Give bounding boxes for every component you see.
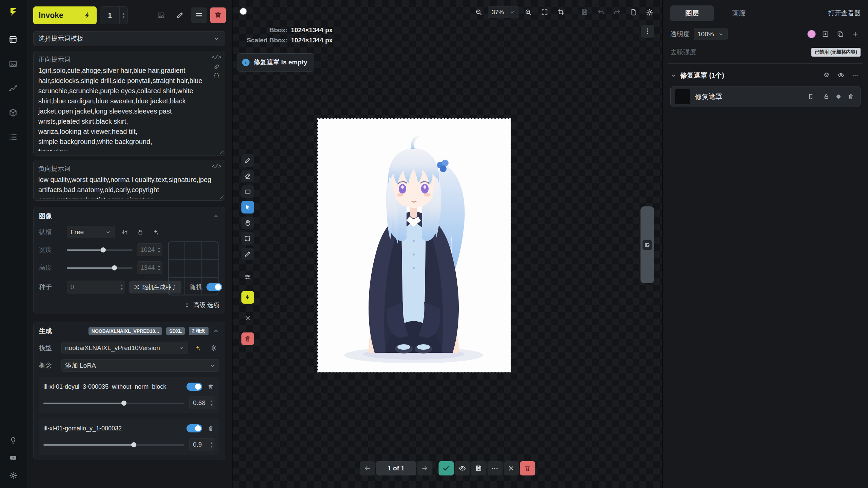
tab-queue[interactable] [4, 129, 22, 144]
open-viewer-button[interactable]: 打开查看器 [828, 9, 861, 18]
embedding-icon[interactable]: </> [212, 164, 221, 170]
lora-weight-slider[interactable] [43, 400, 184, 406]
tool-eraser-button[interactable] [241, 170, 254, 182]
undo-button[interactable] [594, 5, 608, 19]
zoom-level-select[interactable]: 37% [488, 6, 519, 18]
current-color-swatch[interactable] [239, 7, 247, 15]
add-lora-select[interactable]: 添加 LoRA [61, 359, 219, 372]
tab-models[interactable] [4, 105, 22, 120]
fit-bbox-button[interactable] [554, 5, 568, 19]
zoom-out-button[interactable] [472, 5, 486, 19]
random-seed-toggle[interactable] [206, 283, 222, 291]
layer-enabled-dot[interactable] [836, 95, 841, 99]
queue-menu-button[interactable] [191, 7, 207, 23]
height-input[interactable]: 1344 ▴▾ [137, 261, 162, 274]
layer-thumbnail[interactable] [675, 89, 690, 104]
gallery-image-button[interactable] [153, 7, 169, 23]
fit-view-button[interactable] [537, 5, 552, 19]
tool-rect-button[interactable] [241, 185, 254, 198]
height-slider[interactable] [67, 265, 133, 270]
model-select[interactable]: noobaiXLNAIXL_vPred10Version [61, 342, 188, 354]
positive-prompt-input[interactable]: 1girl,solo,cute,ahoge,silver hair,blue h… [38, 65, 213, 151]
layer-row[interactable]: 修复遮罩 [670, 86, 861, 107]
canvas-settings-button[interactable] [643, 5, 657, 19]
save-layer-button[interactable] [820, 29, 831, 40]
step-down-icon[interactable]: ▾ [211, 445, 213, 448]
brush-mode-button[interactable] [172, 7, 188, 23]
settings-button[interactable] [4, 470, 22, 481]
accept-image-button[interactable] [438, 461, 454, 475]
negative-prompt-input[interactable]: low quality,worst quality,norma l qualit… [38, 175, 213, 199]
seed-input[interactable]: 0 ▴▾ [67, 281, 125, 293]
redo-button[interactable] [610, 5, 624, 19]
tab-gallery[interactable]: 画廊 [717, 5, 761, 21]
support-button[interactable] [4, 434, 22, 446]
lock-layer-button[interactable] [821, 91, 832, 102]
prev-image-button[interactable] [360, 461, 375, 475]
lora-weight-input[interactable]: 0.9 ▴▾ [189, 438, 215, 451]
resize-handle[interactable] [219, 149, 223, 154]
braces-icon[interactable]: {} [213, 73, 220, 79]
delete-lora-button[interactable] [206, 423, 215, 434]
canvas-workspace[interactable]: Bbox: 1024×1344 px Scaled Bbox: 1024×134… [233, 0, 662, 488]
lora-enabled-toggle[interactable] [186, 424, 202, 432]
width-slider[interactable] [67, 247, 133, 252]
compare-handle[interactable] [643, 240, 652, 250]
optimize-size-button[interactable] [150, 226, 162, 238]
save-to-gallery-button[interactable] [471, 461, 486, 475]
step-down-icon[interactable]: ▾ [211, 403, 213, 407]
step-down-icon[interactable]: ▾ [158, 268, 160, 271]
delete-selection-button[interactable] [241, 332, 254, 345]
invoke-region-button[interactable] [241, 291, 254, 304]
invoke-button[interactable]: Invoke [33, 6, 97, 24]
panel-resize-handle[interactable] [640, 206, 654, 283]
merge-layers-button[interactable] [821, 70, 832, 81]
swap-dimensions-button[interactable] [119, 226, 131, 238]
opacity-select[interactable]: 100% [694, 28, 728, 40]
tab-workflows[interactable] [4, 81, 22, 96]
canvas-menu-button[interactable] [641, 25, 654, 38]
discard-all-button[interactable] [520, 461, 535, 475]
tool-brush-button[interactable] [241, 154, 254, 167]
step-down-icon[interactable]: ▾ [158, 250, 160, 253]
export-button[interactable] [626, 5, 640, 19]
discard-image-button[interactable] [504, 461, 519, 475]
youtube-button[interactable] [4, 452, 22, 464]
tab-layers[interactable]: 图层 [670, 5, 714, 21]
lock-aspect-button[interactable] [135, 226, 146, 238]
collapse-icon[interactable] [213, 328, 219, 334]
collapse-icon[interactable] [213, 213, 219, 220]
staging-menu-button[interactable] [487, 461, 502, 475]
queue-count-arrows[interactable]: ▴ ▾ [119, 7, 127, 24]
tool-transform-button[interactable] [241, 232, 254, 245]
tab-upscaling[interactable] [4, 56, 22, 71]
canvas-image-bbox[interactable] [318, 119, 511, 372]
model-settings-button[interactable] [208, 342, 219, 354]
zoom-in-button[interactable] [521, 5, 535, 19]
tool-settings-button[interactable] [241, 270, 254, 283]
embedding-icon[interactable]: </> [212, 55, 221, 61]
toggle-preview-button[interactable] [455, 461, 470, 475]
width-input[interactable]: 1024 ▴▾ [137, 243, 162, 256]
lora-enabled-toggle[interactable] [186, 383, 202, 391]
bookmark-layer-button[interactable] [805, 91, 816, 102]
delete-layer-button[interactable] [845, 91, 856, 102]
model-starred-button[interactable] [192, 342, 204, 354]
chevron-down-icon[interactable] [670, 72, 677, 79]
lora-weight-input[interactable]: 0.68 ▴▾ [189, 396, 215, 409]
link-icon[interactable] [214, 64, 220, 70]
save-canvas-button[interactable] [577, 5, 592, 19]
layer-group-header[interactable]: 修复遮罩 (1个) [670, 70, 861, 81]
tool-move-button[interactable] [241, 201, 254, 214]
step-down-icon[interactable]: ▾ [121, 287, 123, 291]
advanced-options-button[interactable]: 高级 选项 [193, 301, 219, 309]
cancel-selection-button[interactable] [241, 312, 254, 324]
tab-canvas[interactable] [4, 32, 22, 47]
lora-weight-slider[interactable] [43, 442, 184, 447]
toggle-group-visibility-button[interactable] [835, 70, 846, 81]
duplicate-layer-button[interactable] [835, 29, 846, 40]
queue-count-stepper[interactable]: 1 ▴ ▾ [100, 6, 128, 24]
delete-lora-button[interactable] [206, 381, 215, 392]
tool-color-picker-button[interactable] [241, 248, 254, 260]
next-image-button[interactable] [417, 461, 432, 475]
